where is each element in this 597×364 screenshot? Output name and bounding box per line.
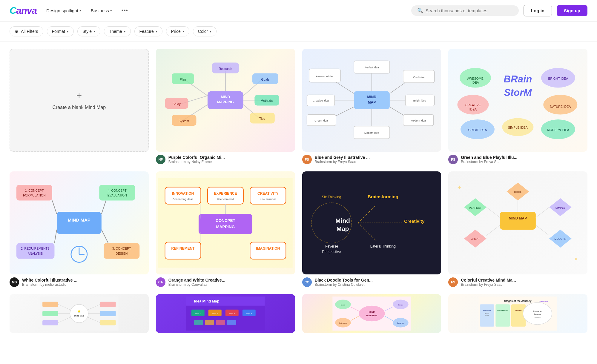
card-meta: MS White Colorful Illustrative ... Brain… (10, 277, 149, 287)
login-button[interactable]: Log in (524, 5, 552, 16)
card-meta: FS Blue and Grey Illustrative ... Brains… (302, 155, 441, 164)
card-meta: CA Orange and White Creative... Brainsto… (156, 277, 295, 287)
svg-text:EXPERIENCE: EXPERIENCE (214, 191, 237, 196)
chevron-down-icon: ▾ (124, 30, 126, 33)
card-title: Colorful Creative Mind Ma... (461, 278, 587, 282)
svg-text:MODERN: MODERN (555, 237, 567, 240)
template-card[interactable]: 💡 Mind Map (10, 294, 149, 333)
nav-design-spotlight[interactable]: Design spotlight ▾ (44, 7, 84, 14)
svg-text:Ideas: Ideas (340, 304, 345, 306)
card-meta: NF Purple Colorful Organic Mi... Brainst… (156, 155, 295, 164)
svg-text:Connecting ideas: Connecting ideas (172, 198, 193, 201)
search-input[interactable] (426, 8, 513, 13)
avatar: CC (302, 277, 312, 287)
filter-theme[interactable]: Theme ▾ (104, 26, 131, 36)
search-icon: 🔍 (417, 8, 423, 13)
nav-business[interactable]: Business ▾ (88, 7, 114, 14)
card-title: Black Doodle Tools for Gen... (315, 278, 441, 282)
all-filters-button[interactable]: ⚙ All Filters (10, 26, 43, 36)
svg-text:New solutions: New solutions (260, 198, 276, 201)
template-card[interactable]: MIND MAP 1. CONCEPT FORMULATION 2. REQUI… (10, 171, 149, 287)
svg-text:Bright idea: Bright idea (413, 99, 426, 102)
svg-line-74 (52, 201, 57, 214)
template-card[interactable]: MIND MAP Awesome idea Creative idea Gree… (302, 49, 441, 164)
header: Canva Design spotlight ▾ Business ▾ ••• … (0, 0, 597, 21)
chevron-down-icon: ▾ (93, 30, 95, 33)
filter-bar: ⚙ All Filters Format ▾ Style ▾ Theme ▾ F… (0, 21, 597, 42)
template-card[interactable]: BRain StorM AWESOME IDEA BRIGHT IDEA CRE… (448, 49, 587, 164)
svg-rect-69 (57, 212, 102, 234)
avatar: FS (302, 155, 312, 164)
filter-style[interactable]: Style ▾ (77, 26, 100, 36)
svg-text:FORMULATION: FORMULATION (23, 194, 46, 197)
svg-text:Journey: Journey (534, 313, 541, 315)
svg-text:DESIGN: DESIGN (116, 252, 128, 255)
svg-text:✦: ✦ (574, 256, 578, 262)
card-subtitle: Brainstorm by meliorastudio (22, 282, 149, 287)
svg-text:PERFECT: PERFECT (469, 206, 482, 209)
template-card[interactable]: Idea Mind Map Topic 1 Topic 2 Topic 3 To… (156, 294, 295, 333)
card-meta: CC Black Doodle Tools for Gen... Brainst… (302, 277, 441, 287)
svg-line-138 (536, 207, 549, 217)
svg-text:MIND: MIND (367, 95, 376, 99)
card-subtitle: Brainstorm by Canvalisa (168, 282, 295, 287)
svg-text:Brainstorming: Brainstorming (368, 194, 398, 199)
svg-text:Creative idea: Creative idea (313, 99, 329, 102)
template-card[interactable]: Stages of the Journey Awareness Website … (448, 294, 587, 333)
svg-text:Create: Create (398, 304, 403, 306)
svg-text:Website: Website (485, 312, 489, 314)
blank-mind-map-card[interactable]: + Create a blank Mind Map (10, 49, 149, 152)
svg-text:MAP: MAP (368, 100, 376, 105)
card-image: MIND MAP 1. CONCEPT FORMULATION 2. REQUI… (10, 171, 149, 274)
avatar: MS (10, 277, 19, 287)
template-card[interactable]: MIND MAP PERFECT SIMPLE GREAT MODERN COO… (448, 171, 587, 287)
template-card[interactable]: CONCPET MAPPING INNOVATION Connecting id… (156, 171, 295, 287)
svg-rect-156 (100, 311, 116, 316)
svg-rect-152 (42, 320, 58, 325)
filter-feature[interactable]: Feature ▾ (134, 26, 162, 36)
search-bar: 🔍 (411, 5, 519, 16)
svg-text:MODERN IDEA: MODERN IDEA (547, 128, 569, 132)
svg-text:COOL: COOL (514, 191, 521, 193)
svg-text:Topic 1: Topic 1 (195, 312, 201, 314)
svg-text:IDEA: IDEA (472, 81, 479, 84)
filter-price[interactable]: Price ▾ (166, 26, 189, 36)
signup-button[interactable]: Sign up (557, 5, 587, 16)
svg-text:Reverse: Reverse (325, 244, 338, 248)
card-image: MIND MAP PERFECT SIMPLE GREAT MODERN COO… (448, 171, 587, 274)
card-image: Mind Map Brainstorming Creativity Latera… (302, 171, 441, 274)
svg-rect-79 (99, 185, 135, 200)
svg-text:Mapping: Mapping (535, 317, 541, 318)
template-card[interactable]: Mind Map Brainstorming Creativity Latera… (302, 171, 441, 287)
svg-rect-174 (227, 320, 236, 325)
svg-text:3. CONCEPT: 3. CONCEPT (112, 247, 131, 250)
svg-rect-197 (496, 304, 510, 327)
canva-logo[interactable]: Canva (10, 5, 37, 16)
svg-text:CREATIVE: CREATIVE (465, 104, 481, 107)
avatar: NF (156, 155, 165, 164)
svg-text:Social: Social (485, 314, 489, 316)
svg-text:EVALUATION: EVALUATION (108, 194, 127, 197)
svg-text:SIMPLE IDEA: SIMPLE IDEA (508, 126, 528, 129)
template-card[interactable]: MIND MAPPING Plan Stu (156, 49, 295, 164)
card-image: MIND MAPPING Ideas Create Brainstorm Org… (302, 294, 441, 333)
svg-text:MAPPING: MAPPING (366, 314, 377, 317)
svg-text:Perfect idea: Perfect idea (364, 66, 379, 69)
template-card[interactable]: MIND MAPPING Ideas Create Brainstorm Org… (302, 294, 441, 333)
svg-point-145 (70, 304, 88, 322)
filter-color[interactable]: Color ▾ (193, 26, 217, 36)
svg-text:ANALYSIS: ANALYSIS (28, 252, 43, 255)
svg-text:CONCPET: CONCPET (216, 219, 236, 223)
card-title: White Colorful Illustrative ... (22, 278, 149, 282)
svg-text:Decision: Decision (515, 309, 522, 311)
filter-format[interactable]: Format ▾ (47, 26, 74, 36)
svg-text:Tips: Tips (259, 117, 265, 120)
avatar: FS (448, 155, 458, 164)
main-content: + Create a blank Mind Map MIND MAPPING (0, 42, 597, 340)
nav-more-button[interactable]: ••• (119, 6, 130, 15)
svg-text:NATURE IDEA: NATURE IDEA (550, 105, 571, 108)
card-image: Idea Mind Map Topic 1 Topic 2 Topic 3 To… (156, 294, 295, 333)
svg-text:Optimization: Optimization (539, 300, 548, 302)
card-subtitle: Brainstorm by Cristina Culubret (315, 282, 441, 287)
card-title: Purple Colorful Organic Mi... (168, 155, 295, 160)
